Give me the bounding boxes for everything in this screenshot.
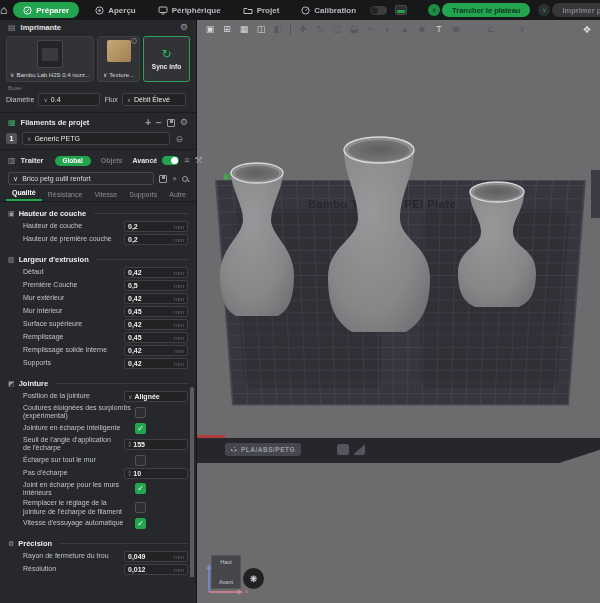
scope-objects-label[interactable]: Objets — [101, 157, 123, 164]
print-plate-button[interactable]: Imprimer plateau — [552, 3, 600, 17]
plate-status-icon[interactable] — [395, 5, 407, 15]
list-view-icon[interactable]: ≡ — [184, 156, 189, 165]
chevron-down-icon: ∨ — [103, 71, 107, 78]
param-input[interactable]: 0,42mm — [124, 319, 188, 330]
param-input[interactable]: 0,42mm — [124, 293, 188, 304]
settings-scroll-area: ▣ Hauteur de couche Hauteur de couche 0,… — [0, 202, 196, 577]
clear-icon[interactable]: × — [172, 175, 177, 183]
remove-filament-icon[interactable]: − — [156, 118, 162, 128]
process-tools-icon[interactable]: ⚒ — [194, 156, 202, 165]
checkbox[interactable] — [135, 455, 146, 466]
param-input[interactable]: 0,5mm — [124, 280, 188, 291]
calibration-icon — [301, 6, 310, 15]
checkbox[interactable] — [135, 483, 146, 494]
param-input[interactable]: 0,45mm — [124, 332, 188, 343]
filament-row: 1 ∨Generic PETG ⊖ — [0, 130, 196, 147]
viewport-3d[interactable]: ▣ ⊞ ▦ ◫ ◧ ✚ ↻ ◱ ⬓ ✂ ◐ ▲ ◆ T ◉ ◌ ∠ ··· ∨ … — [197, 20, 600, 603]
view-top-label[interactable]: Haut — [212, 559, 240, 565]
save-preset-icon[interactable] — [159, 175, 167, 183]
diameter-select[interactable]: ∨0.4 — [38, 93, 100, 106]
home-icon[interactable]: ⌂ — [0, 0, 7, 20]
param-row: Vitesse d'essuyage automatique — [0, 517, 196, 530]
info-icon[interactable]: i — [131, 38, 137, 44]
sync-icon: ↻ — [161, 48, 171, 60]
param-row: Mur intérieur0,45mm — [0, 305, 196, 318]
process-title: Traiter — [21, 156, 44, 165]
minus-circle-icon[interactable]: ⊖ — [175, 134, 190, 144]
param-input[interactable]: 0,42mm — [124, 267, 188, 278]
printer-name: Bambu Lab H2S 0.4 nozz... — [17, 72, 90, 78]
support-paint-icon: ▲ — [398, 22, 412, 36]
printer-section-title: Imprimante — [21, 23, 61, 32]
param-row: Défaut0,42mm — [0, 266, 196, 279]
tab-strength[interactable]: Résistance — [42, 191, 89, 201]
assembly-view-icon[interactable]: ❖ — [580, 22, 594, 36]
param-input[interactable]: 0,42mm — [124, 358, 188, 369]
navigation-gizmo-icon[interactable]: ❋ — [243, 568, 264, 589]
prepare-icon — [23, 6, 32, 15]
param-row: Hauteur de couche 0,2mm — [0, 220, 196, 233]
search-icon[interactable] — [182, 176, 188, 182]
tab-quality[interactable]: Qualité — [6, 189, 42, 201]
flatten-icon: ⬓ — [347, 22, 361, 36]
add-filament-icon[interactable]: + — [145, 118, 151, 128]
param-input[interactable]: 0,42mm — [124, 345, 188, 356]
flow-select[interactable]: ∨Débit Élevé — [122, 93, 186, 106]
tab-calibration[interactable]: Calibration — [291, 0, 366, 20]
param-input[interactable]: 0,2mm — [124, 221, 188, 232]
checkbox[interactable] — [135, 423, 146, 434]
split-icon: ◧ — [271, 22, 285, 36]
scope-global-pill[interactable]: Global — [55, 156, 91, 166]
add-plate-icon[interactable]: ⊞ — [220, 22, 234, 36]
advanced-toggle[interactable] — [162, 156, 179, 165]
filament-settings-gear-icon[interactable]: ⚙ — [180, 118, 188, 127]
param-row: Supports0,42mm — [0, 357, 196, 370]
add-object-icon[interactable]: ▣ — [203, 22, 217, 36]
print-dropdown-icon[interactable]: ∨ — [538, 4, 550, 16]
printer-card[interactable]: ∨Bambu Lab H2S 0.4 nozz... — [6, 36, 94, 82]
preset-select[interactable]: ∨Brico petg outil renfort — [8, 172, 154, 185]
param-input[interactable]: 0,012mm — [124, 564, 188, 575]
checkbox[interactable] — [135, 502, 146, 513]
seam-position-select[interactable]: ∨Alignée — [124, 391, 188, 402]
checkbox[interactable] — [135, 407, 146, 418]
sync-info-button[interactable]: ↻ Sync info — [143, 36, 190, 82]
scrollbar[interactable] — [190, 387, 194, 577]
seam-icon: ◩ — [8, 380, 15, 387]
tab-others[interactable]: Autre — [163, 191, 192, 201]
lock-icon: ▣ — [8, 210, 15, 217]
printer-settings-gear-icon[interactable]: ⚙ — [180, 23, 188, 32]
view-front-label[interactable]: Avant — [212, 579, 240, 585]
tab-speed[interactable]: Vitesse — [88, 191, 123, 201]
spin-input[interactable]: ∧∨155 — [124, 439, 188, 450]
filament-icon: ▦ — [8, 119, 16, 127]
arrange-icon[interactable]: ▦ — [237, 22, 251, 36]
spin-input[interactable]: ∧∨10 — [124, 468, 188, 479]
filament-sync-icon[interactable] — [167, 119, 175, 127]
param-input[interactable]: 0,2mm — [124, 234, 188, 245]
text-tool-icon[interactable]: T — [432, 22, 446, 36]
printer-section-header: ▤ Imprimante ⚙ — [0, 20, 196, 35]
plate-material-tag[interactable]: PLA/ABS/PETG — [225, 443, 301, 456]
checkbox[interactable] — [135, 518, 146, 529]
tab-device[interactable]: Périphérique — [148, 0, 231, 20]
slice-dropdown-icon[interactable]: ∨ — [428, 4, 440, 16]
filaments-section-title: Filaments de projet — [21, 118, 90, 127]
filament-select[interactable]: ∨Generic PETG — [22, 132, 170, 145]
build-plate-card[interactable]: i ∨Texture... — [97, 36, 140, 82]
slice-plate-button[interactable]: Trancher le plateau — [442, 3, 530, 17]
connection-toggle[interactable] — [370, 6, 387, 15]
tab-project[interactable]: Projet — [233, 0, 290, 20]
tab-preview[interactable]: Aperçu — [85, 0, 146, 20]
param-input[interactable]: 0,049mm — [124, 551, 188, 562]
auto-orient-icon[interactable]: ◫ — [254, 22, 268, 36]
boolean-icon: ◐ — [381, 22, 395, 36]
tab-preview-label: Aperçu — [108, 6, 136, 15]
orientation-cube[interactable]: Haut Avant — [211, 555, 241, 589]
tab-prepare-label: Préparer — [36, 6, 69, 15]
param-row: Résolution0,012mm — [0, 563, 196, 576]
tab-support[interactable]: Supports — [123, 191, 163, 201]
tab-prepare[interactable]: Préparer — [13, 2, 79, 18]
param-input[interactable]: 0,45mm — [124, 306, 188, 317]
param-row: Mur extérieur0,42mm — [0, 292, 196, 305]
